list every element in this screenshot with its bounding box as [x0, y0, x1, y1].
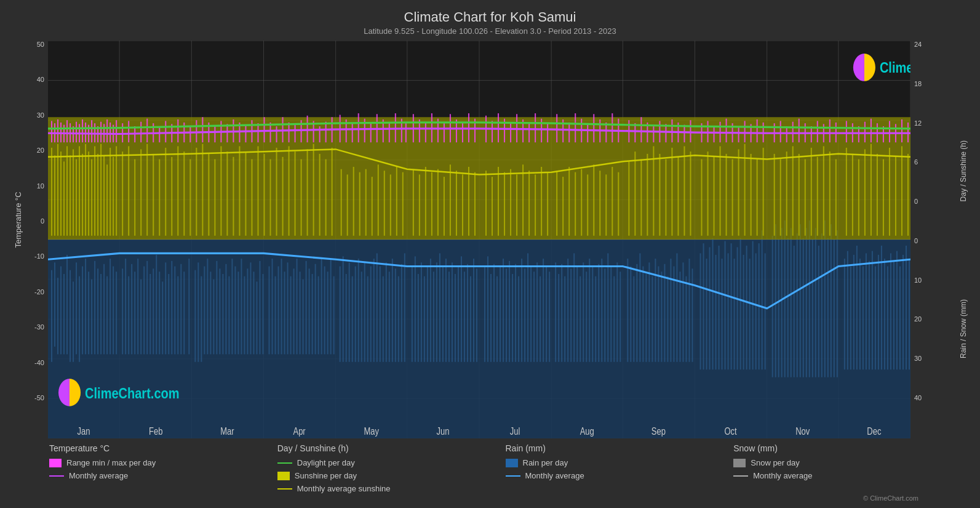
svg-rect-377 — [510, 169, 511, 236]
svg-rect-317 — [128, 146, 129, 235]
svg-rect-499 — [358, 113, 359, 142]
svg-rect-491 — [307, 116, 308, 142]
svg-rect-48 — [113, 266, 114, 354]
svg-rect-250 — [775, 224, 776, 377]
svg-rect-370 — [462, 174, 463, 235]
svg-rect-183 — [555, 262, 556, 362]
svg-text:ClimeChart.com: ClimeChart.com — [880, 59, 910, 76]
svg-rect-252 — [781, 228, 783, 377]
svg-rect-313 — [110, 148, 111, 236]
svg-rect-315 — [116, 146, 117, 235]
svg-point-586 — [853, 54, 875, 81]
svg-rect-307 — [91, 159, 92, 236]
svg-rect-574 — [846, 121, 847, 142]
legend-title-temperature: Temperature °C — [49, 443, 277, 453]
svg-rect-566 — [792, 122, 794, 143]
svg-rect-284 — [884, 259, 885, 369]
svg-rect-470 — [177, 119, 178, 142]
svg-rect-198 — [601, 259, 602, 362]
svg-rect-236 — [728, 253, 729, 369]
svg-rect-340 — [270, 159, 271, 236]
svg-rect-289 — [899, 266, 901, 369]
svg-rect-320 — [146, 144, 148, 236]
svg-rect-103 — [293, 268, 295, 354]
svg-rect-249 — [772, 236, 773, 377]
svg-rect-529 — [547, 123, 548, 142]
svg-rect-556 — [726, 119, 727, 143]
svg-rect-262 — [812, 240, 813, 377]
svg-rect-33 — [66, 255, 68, 355]
svg-rect-161 — [484, 266, 485, 361]
svg-rect-56 — [140, 280, 141, 355]
svg-rect-218 — [667, 276, 668, 362]
svg-rect-457 — [106, 119, 108, 142]
svg-rect-290 — [902, 255, 904, 369]
svg-rect-172 — [518, 276, 519, 362]
legend-title-sunshine: Day / Sunshine (h) — [277, 443, 506, 453]
legend-label-rain-avg: Monthly average — [525, 471, 584, 480]
svg-rect-303 — [79, 146, 80, 235]
svg-rect-384 — [556, 171, 557, 236]
svg-rect-433 — [877, 154, 878, 236]
svg-rect-329 — [202, 144, 203, 236]
svg-rect-267 — [827, 238, 829, 377]
svg-rect-148 — [439, 253, 440, 361]
legend-group-temperature: Temperature °C Range min / max per day M… — [49, 443, 277, 480]
svg-rect-444 — [66, 120, 68, 142]
svg-rect-125 — [364, 262, 365, 362]
svg-rect-406 — [701, 159, 703, 236]
svg-rect-464 — [140, 122, 141, 143]
svg-rect-423 — [811, 148, 812, 236]
svg-rect-217 — [664, 264, 665, 362]
svg-rect-104 — [297, 259, 298, 354]
svg-rect-280 — [872, 251, 873, 370]
svg-rect-65 — [168, 274, 169, 354]
svg-rect-345 — [301, 159, 302, 236]
svg-rect-476 — [214, 126, 215, 142]
svg-rect-74 — [201, 276, 202, 362]
svg-rect-319 — [140, 149, 141, 235]
svg-rect-559 — [744, 121, 746, 142]
svg-rect-288 — [896, 251, 898, 370]
svg-rect-523 — [510, 123, 511, 142]
svg-rect-261 — [809, 220, 810, 377]
svg-rect-229 — [706, 259, 707, 369]
svg-rect-507 — [405, 123, 407, 142]
svg-rect-118 — [343, 256, 344, 361]
svg-rect-71 — [188, 259, 189, 354]
svg-rect-375 — [498, 167, 499, 236]
svg-rect-189 — [573, 253, 575, 361]
svg-point-588 — [58, 379, 81, 406]
month-apr: Apr — [293, 425, 305, 437]
svg-rect-343 — [289, 146, 290, 235]
svg-rect-486 — [276, 126, 277, 142]
svg-rect-279 — [869, 261, 870, 369]
svg-rect-474 — [202, 117, 203, 142]
svg-rect-200 — [607, 253, 608, 361]
svg-rect-68 — [177, 276, 178, 355]
svg-rect-227 — [700, 253, 701, 369]
svg-rect-136 — [398, 276, 399, 362]
svg-rect-328 — [196, 148, 197, 236]
svg-rect-325 — [177, 146, 178, 235]
month-mar: Mar — [220, 425, 234, 437]
legend-line-rain-avg — [506, 475, 520, 477]
svg-rect-221 — [676, 253, 677, 361]
svg-rect-371 — [468, 167, 469, 236]
svg-rect-126 — [367, 276, 368, 362]
svg-rect-50 — [122, 268, 123, 354]
svg-rect-513 — [444, 123, 445, 142]
svg-rect-41 — [91, 280, 92, 355]
svg-rect-96 — [272, 259, 273, 354]
svg-rect-439 — [51, 121, 52, 142]
svg-rect-92 — [256, 281, 257, 354]
svg-rect-115 — [330, 259, 332, 354]
svg-rect-410 — [726, 154, 727, 236]
svg-rect-35 — [73, 281, 74, 361]
svg-rect-430 — [858, 159, 859, 236]
svg-rect-361 — [402, 172, 404, 236]
svg-rect-407 — [707, 151, 709, 236]
svg-rect-376 — [504, 172, 505, 236]
svg-rect-197 — [598, 264, 599, 362]
svg-rect-199 — [604, 268, 605, 362]
